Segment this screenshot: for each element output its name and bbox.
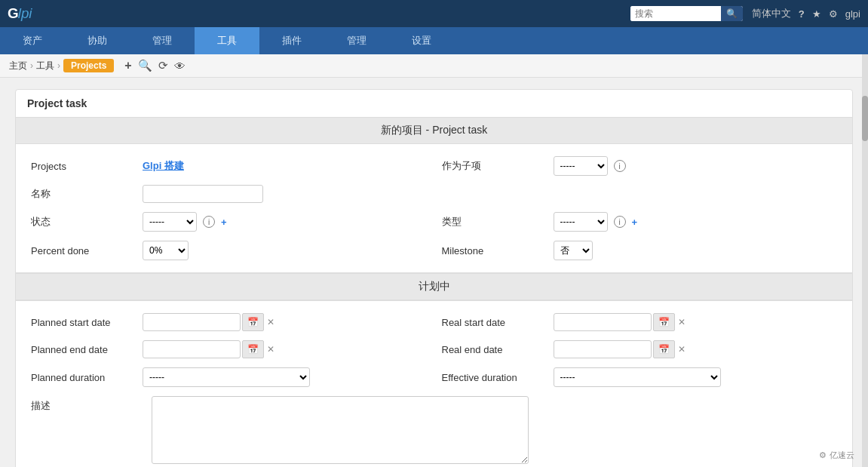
type-label: 类型 (442, 215, 547, 229)
percent-select[interactable]: 0% 10% 20% 30% 40% 50% 60% 70% 80% 90% 1… (143, 241, 188, 260)
top-right-icons: 简体中文 ? ★ ⚙ glpi (752, 7, 860, 20)
group-projects: Projects Glpi 搭建 (31, 159, 427, 173)
milestone-select-wrapper[interactable]: 否 是 (554, 241, 593, 260)
lang-switcher[interactable]: 简体中文 (752, 7, 791, 20)
group-status: 状态 ----- i + (31, 212, 427, 232)
type-add-btn[interactable]: + (632, 217, 638, 228)
planned-duration-label: Planned duration (31, 372, 136, 383)
add-icon[interactable]: + (124, 59, 131, 72)
group-real-end: Real end date 📅 ✕ (442, 340, 838, 358)
projects-label: Projects (31, 161, 136, 172)
planned-duration-select[interactable]: ----- (143, 368, 309, 386)
breadcrumb-actions: + 🔍 ⟳ 👁 (124, 59, 185, 72)
watermark-icon: ⚙ (819, 450, 827, 460)
nav-assist[interactable]: 协助 (65, 27, 130, 54)
description-textarea[interactable] (152, 396, 529, 464)
planned-end-cal-btn[interactable]: 📅 (242, 340, 264, 358)
group-effective-duration: Effective duration ----- (442, 367, 838, 387)
row-name: 名称 (31, 180, 837, 207)
real-end-cal-btn[interactable]: 📅 (653, 340, 675, 358)
percent-label: Percent done (31, 245, 136, 257)
main-nav: 资产 协助 管理 工具 插件 管理 设置 (0, 27, 868, 54)
watermark-text: 亿速云 (830, 450, 854, 461)
search-input[interactable] (630, 6, 721, 21)
planned-start-label: Planned start date (31, 317, 136, 328)
name-input[interactable] (143, 185, 263, 203)
sep2: › (57, 60, 60, 71)
real-start-label: Real start date (442, 317, 547, 328)
status-info-icon[interactable]: i (203, 216, 215, 228)
favorite-icon[interactable]: ★ (812, 8, 821, 20)
planned-end-clear[interactable]: ✕ (267, 344, 275, 355)
status-select-wrapper[interactable]: ----- (143, 212, 197, 232)
breadcrumb-tools[interactable]: 工具 (36, 60, 54, 72)
effective-duration-select[interactable]: ----- (554, 368, 720, 386)
group-child: 作为子项 ----- i (442, 156, 838, 176)
planned-start-cal-btn[interactable]: 📅 (242, 313, 264, 331)
child-select-wrapper[interactable]: ----- (554, 156, 608, 176)
username[interactable]: glpi (845, 8, 860, 20)
percent-select-wrapper[interactable]: 0% 10% 20% 30% 40% 50% 60% 70% 80% 90% 1… (143, 241, 189, 260)
planned-end-input[interactable] (143, 340, 241, 358)
projects-value[interactable]: Glpi 搭建 (143, 159, 184, 173)
breadcrumb-current[interactable]: Projects (63, 59, 114, 72)
card-title: Project task (16, 90, 852, 117)
nav-settings[interactable]: 设置 (389, 27, 454, 54)
planned-start-date-group: 📅 ✕ (143, 313, 275, 331)
child-info-icon[interactable]: i (614, 160, 626, 172)
breadcrumb-home[interactable]: 主页 (9, 60, 27, 72)
description-field (152, 396, 529, 466)
view-icon[interactable]: 👁 (174, 60, 186, 72)
watermark: ⚙ 亿速云 (819, 450, 854, 461)
settings-icon[interactable]: ⚙ (829, 8, 838, 20)
search-icon[interactable]: 🔍 (138, 59, 152, 72)
name-label: 名称 (31, 187, 136, 201)
nav-assets[interactable]: 资产 (0, 27, 65, 54)
form-body: Projects Glpi 搭建 作为子项 ----- i 名称 (16, 144, 852, 272)
row-percent-milestone: Percent done 0% 10% 20% 30% 40% 50% 60% … (31, 236, 837, 265)
project-task-card: Project task 新的项目 - Project task Project… (15, 89, 853, 467)
history-icon[interactable]: ⟳ (158, 59, 168, 72)
planned-end-label: Planned end date (31, 344, 136, 355)
sep1: › (30, 60, 33, 71)
nav-admin[interactable]: 管理 (324, 27, 389, 54)
description-label: 描述 (31, 396, 136, 413)
planned-start-input[interactable] (143, 313, 241, 331)
search-box[interactable]: 🔍 (630, 6, 743, 21)
real-start-cal-btn[interactable]: 📅 (653, 313, 675, 331)
type-select-wrapper[interactable]: ----- (554, 212, 608, 232)
nav-tools[interactable]: 工具 (195, 27, 259, 54)
breadcrumb: 主页 › 工具 › Projects + 🔍 ⟳ 👁 (0, 54, 868, 78)
row-projects: Projects Glpi 搭建 作为子项 ----- i (31, 152, 837, 180)
planned-start-clear[interactable]: ✕ (267, 317, 275, 327)
child-select[interactable]: ----- (554, 157, 607, 175)
row-description: 描述 (31, 392, 837, 467)
planned-duration-wrapper[interactable]: ----- (143, 367, 310, 387)
scrollbar[interactable] (862, 54, 868, 467)
nav-plugins[interactable]: 插件 (259, 27, 324, 54)
real-start-clear[interactable]: ✕ (678, 317, 686, 327)
row-start-dates: Planned start date 📅 ✕ Real start date 📅… (31, 309, 837, 336)
status-label: 状态 (31, 215, 136, 229)
real-end-date-group: 📅 ✕ (554, 340, 686, 358)
milestone-select[interactable]: 否 是 (554, 241, 592, 260)
type-info-icon[interactable]: i (614, 216, 626, 228)
form-section-title: 新的项目 - Project task (16, 117, 852, 144)
real-start-input[interactable] (554, 313, 652, 331)
status-select[interactable]: ----- (143, 213, 196, 231)
help-icon[interactable]: ? (799, 8, 805, 20)
search-button[interactable]: 🔍 (721, 6, 743, 21)
real-end-input[interactable] (554, 340, 652, 358)
scrollbar-thumb[interactable] (862, 96, 868, 141)
row-duration: Planned duration ----- Effective duratio… (31, 363, 837, 392)
row-end-dates: Planned end date 📅 ✕ Real end date 📅 ✕ (31, 336, 837, 363)
real-end-clear[interactable]: ✕ (678, 344, 686, 355)
milestone-label: Milestone (442, 245, 547, 257)
group-name: 名称 (31, 185, 837, 203)
effective-duration-wrapper[interactable]: ----- (554, 367, 721, 387)
status-add-btn[interactable]: + (221, 217, 227, 228)
group-planned-start: Planned start date 📅 ✕ (31, 313, 427, 331)
planned-end-date-group: 📅 ✕ (143, 340, 275, 358)
type-select[interactable]: ----- (554, 213, 607, 231)
nav-manage[interactable]: 管理 (130, 27, 195, 54)
